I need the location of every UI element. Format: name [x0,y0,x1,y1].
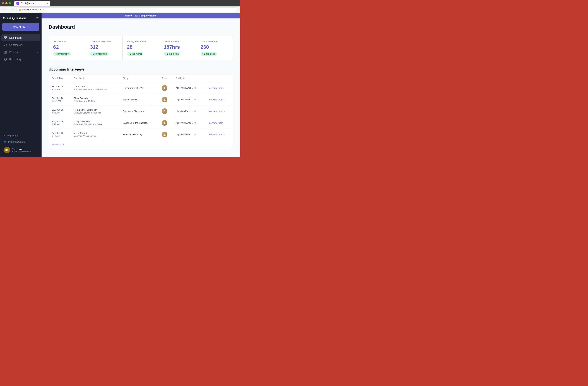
dashboard-icon [3,36,7,40]
sidebar-header: Great Question ☰ [0,13,42,23]
sidebar-item-label: Repository [9,58,21,61]
tab-close-icon[interactable]: ✕ [46,2,48,4]
svg-rect-1 [5,36,7,38]
user-profile[interactable]: ND Ned Dwyer Your Company Name [1,145,40,155]
sidebar-item-dashboard[interactable]: Dashboard [1,34,40,41]
trend-up-icon: ↑ [91,53,93,55]
show-all-link[interactable]: Show all 18 [49,140,233,149]
back-button[interactable]: ← [3,8,5,11]
demo-company: Your Company Name [133,14,157,17]
traffic-lights [2,2,11,4]
interview-date: Sat, Jun 26 [52,132,68,134]
address-bar[interactable]: 🔒 demo.greatquestion.co [17,7,237,12]
minimize-button[interactable] [5,2,7,4]
chevron-right-icon: › [224,98,225,101]
trend-up-icon: ↑ [202,53,203,55]
interview-room-button[interactable]: Interview room › [208,122,230,124]
stat-badge: ↑ 33 this month [53,52,71,56]
interview-date: Fri, Jun 25 [52,85,68,88]
stat-badge: ↑ 1 this month [201,52,217,56]
copy-icon[interactable]: ⧉ [194,133,196,136]
browser-chrome: GQ Great Question ✕ + ← → ↻ 🔒 demo.great… [0,0,240,13]
interview-time: 12:56 AM [52,100,68,102]
study-name: Sandwich Discovery [120,105,159,117]
sidebar-item-candidates[interactable]: Candidates [1,41,40,48]
svg-point-10 [4,58,6,59]
call-link-text: https://us02web... [176,122,193,124]
table-header: Date & Time Participant Study Team Call … [49,75,233,82]
sidebar: Great Question ☰ New study + Dashboard [0,13,42,157]
user-company: Your Company Name [12,150,38,153]
maximize-button[interactable] [9,2,11,4]
forward-button[interactable]: → [7,8,10,11]
copy-icon[interactable]: ⧉ [194,122,196,124]
trend-up-icon: ↑ [128,53,129,55]
demo-prefix: Demo: [125,14,132,17]
interview-room-button[interactable]: Interview room › [208,87,230,89]
invite-icon: 👤 [3,141,6,143]
stat-card-total-candidates: Total Candidates 260 ↑ 1 this month [196,36,233,60]
studies-icon [3,50,7,54]
study-name: Bars of Serbia [120,94,159,105]
stat-card-total-studies: Total Studies 62 ↑ 33 this month [49,36,86,60]
app-container: Great Question ☰ New study + Dashboard [0,13,240,157]
sidebar-nav: Dashboard Candidates [0,34,42,130]
sidebar-item-repository[interactable]: Repository [1,56,40,63]
avatar: ND [3,147,10,153]
svg-rect-2 [4,38,5,39]
table-row: Sat, Jun 26 12:56 AM Clark Roberts Sched… [49,94,233,105]
reload-button[interactable]: ↻ [12,8,14,11]
sidebar-item-studies[interactable]: Studies › [1,48,40,56]
stat-label: Total Studies [53,40,81,43]
new-study-button[interactable]: New study + [2,23,39,31]
stat-label: Total Candidates [201,40,229,43]
participant-role: Scheduler,Von-McClure [74,100,117,102]
svg-rect-0 [4,36,5,38]
tab-title: Great Question [21,2,45,4]
participant-name: Merle Emard [74,132,117,134]
interview-room-button[interactable]: Interview room › [208,110,230,113]
svg-rect-3 [5,38,7,39]
stat-badge: ↑ 1 this month [164,52,180,56]
call-link: https://us02web... ⧉ [176,98,202,101]
stat-card-customer-hours: Customer Hours 187hrs ↑ 1 this month [159,36,196,60]
invite-teammate-item[interactable]: 👤 Invite teammate [1,139,40,145]
menu-icon[interactable]: ☰ [36,17,39,20]
stat-badge-text: 1 this month [204,53,215,55]
chevron-right-icon: › [37,51,38,53]
help-icon: ? [3,134,5,137]
stat-value: 260 [201,44,229,50]
call-link-text: https://us02web... [176,98,193,101]
table-row: Sat, Jun 26 9:18 AM Merle Emard Manager,… [49,129,233,140]
sidebar-item-label: Candidates [9,43,22,46]
copy-icon[interactable]: ⧉ [194,110,196,112]
col-team: Team [159,75,173,82]
new-tab-button[interactable]: + [52,1,54,5]
interview-room-button[interactable]: Interview room › [208,98,230,101]
help-center-item[interactable]: ? Help center [1,132,40,139]
show-all-text: Show all 18 [49,140,67,149]
browser-tab[interactable]: GQ Great Question ✕ [14,1,50,6]
call-link: https://us02web... ⧉ [176,87,202,89]
close-button[interactable] [2,2,4,4]
participant-name: Rep. Leonel Emmerich [74,108,117,111]
stat-badge-text: 33 this month [56,53,69,55]
svg-point-12 [164,99,165,100]
help-label: Help center [7,134,19,137]
participant-role: Admin,Russel, Adams and Reichert [74,88,117,91]
call-link-text: https://us02web... [176,87,193,89]
interview-time: 3:15 PM [52,88,68,91]
stat-badge-text: 1 this month [167,53,179,55]
svg-point-5 [6,44,7,45]
copy-icon[interactable]: ⧉ [194,98,196,101]
main-content: Dashboard Total Studies 62 ↑ 33 this mon… [42,19,240,157]
trend-up-icon: ↑ [165,53,166,55]
table-row: Sat, Jun 26 8:57 AM Carry Wilkinson Sche… [49,117,233,129]
call-link: https://us02web... ⧉ [176,110,202,112]
study-name: Forestry Discovery [120,129,159,140]
stats-grid: Total Studies 62 ↑ 33 this month Custome… [49,36,233,60]
copy-icon[interactable]: ⧉ [194,87,196,89]
stat-label: Customer Hours [164,40,192,43]
interview-room-button[interactable]: Interview room › [208,133,230,136]
team-avatar [162,120,168,126]
